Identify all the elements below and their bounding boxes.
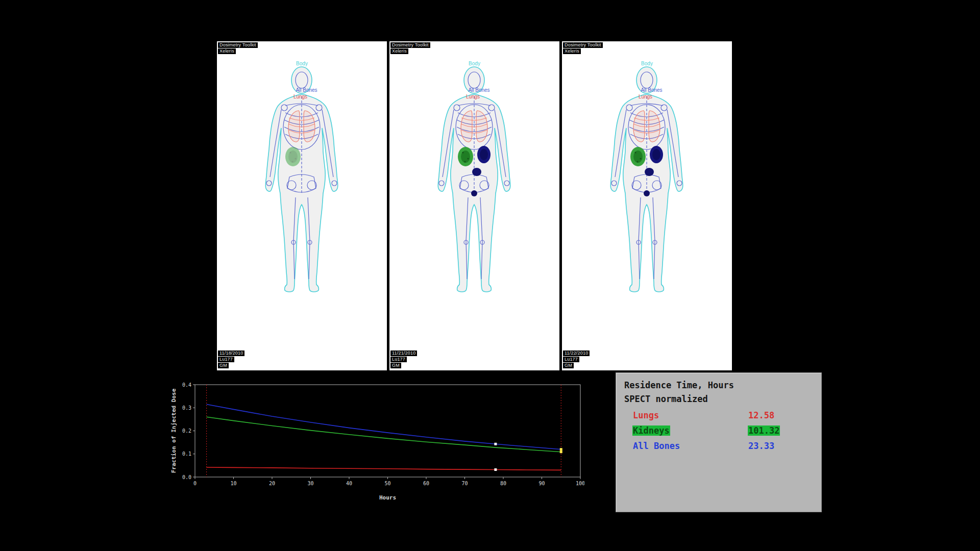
app-subtitle: Xeleris — [563, 48, 581, 54]
svg-text:40: 40 — [346, 481, 352, 486]
panel-header: Dosimetry Toolkit Xeleris — [563, 42, 603, 55]
organ-uptake-regions — [285, 147, 301, 166]
svg-text:0.0: 0.0 — [182, 474, 191, 480]
isotope-label: Lu177 — [390, 357, 407, 362]
svg-text:0.2: 0.2 — [182, 428, 191, 434]
app-subtitle: Xeleris — [390, 48, 408, 54]
residence-time-panel: Residence Time, Hours SPECT normalized L… — [616, 372, 822, 512]
svg-text:0.1: 0.1 — [182, 451, 191, 457]
svg-text:70: 70 — [461, 481, 468, 486]
organ-label[interactable]: All Bones — [632, 441, 680, 451]
svg-text:100: 100 — [576, 481, 584, 486]
svg-text:90: 90 — [538, 481, 545, 486]
results-title: Residence Time, Hours — [624, 380, 813, 390]
svg-text:0.4: 0.4 — [182, 382, 191, 388]
skeleton-contour — [439, 72, 509, 279]
svg-text:80: 80 — [500, 481, 506, 486]
roi-label-all-bones[interactable]: All Bones — [222, 87, 391, 93]
svg-text:10: 10 — [230, 481, 236, 486]
skeleton-contour — [266, 72, 337, 279]
svg-text:60: 60 — [423, 481, 429, 486]
organ-value[interactable]: 12.58 — [748, 410, 775, 420]
detector-label: GM — [563, 363, 574, 368]
roi-label-all-bones[interactable]: All Bones — [567, 87, 737, 93]
app-title: Dosimetry Toolkit — [218, 42, 258, 48]
skeleton-contour — [611, 72, 682, 279]
detector-label: GM — [218, 363, 229, 368]
results-row-kidneys[interactable]: Kidneys 101.32 — [624, 425, 813, 436]
roi-label-body[interactable]: Body — [562, 61, 732, 66]
app-title: Dosimetry Toolkit — [390, 42, 430, 48]
detector-label: GM — [390, 363, 401, 368]
svg-text:30: 30 — [307, 481, 313, 486]
results-rows: Lungs 12.58 Kidneys 101.32 All Bones 23.… — [624, 410, 813, 451]
scan-date: 11/22/2010 — [563, 350, 590, 356]
svg-text:0.3: 0.3 — [182, 405, 191, 411]
roi-label-all-bones[interactable]: All Bones — [394, 87, 564, 93]
svg-text:Fraction of Injected Dose: Fraction of Injected Dose — [170, 388, 177, 473]
scan-panel[interactable]: Dosimetry Toolkit Xeleris — [562, 41, 732, 370]
results-row-all-bones[interactable]: All Bones 23.33 — [624, 441, 813, 451]
panel-header: Dosimetry Toolkit Xeleris — [390, 42, 430, 55]
roi-label-body[interactable]: Body — [389, 61, 559, 66]
svg-text:50: 50 — [384, 481, 390, 486]
time-activity-chart[interactable]: 01020304050607080901000.00.10.20.30.4Hou… — [168, 379, 584, 504]
roi-label-lungs[interactable]: Lungs — [388, 94, 558, 99]
organ-value[interactable]: 101.32 — [748, 425, 780, 436]
scan-viewports: Dosimetry Toolkit Xeleris — [217, 41, 732, 370]
panel-footer: 11/18/2010 Lu177 GM — [218, 350, 244, 369]
app-subtitle: Xeleris — [218, 48, 236, 54]
app-title: Dosimetry Toolkit — [563, 42, 603, 48]
organ-label[interactable]: Lungs — [632, 410, 659, 420]
results-subtitle: SPECT normalized — [624, 394, 813, 404]
scan-date: 11/21/2010 — [390, 350, 417, 356]
scan-panel[interactable]: Dosimetry Toolkit Xeleris — [217, 41, 387, 370]
scan-panel[interactable]: Dosimetry Toolkit Xeleris — [389, 41, 559, 370]
organ-value[interactable]: 23.33 — [748, 441, 775, 451]
scan-date: 11/18/2010 — [218, 350, 244, 356]
svg-text:20: 20 — [269, 481, 275, 486]
isotope-label: Lu177 — [563, 357, 579, 362]
svg-text:Hours: Hours — [379, 494, 396, 501]
roi-label-lungs[interactable]: Lungs — [215, 94, 385, 99]
results-row-lungs[interactable]: Lungs 12.58 — [624, 410, 813, 420]
panel-footer: 11/22/2010 Lu177 GM — [563, 350, 590, 369]
isotope-label: Lu177 — [218, 357, 234, 362]
svg-text:0: 0 — [193, 481, 197, 486]
roi-label-lungs[interactable]: Lungs — [560, 94, 730, 99]
organ-label[interactable]: Kidneys — [632, 425, 670, 436]
roi-label-body[interactable]: Body — [217, 61, 387, 66]
panel-header: Dosimetry Toolkit Xeleris — [218, 42, 258, 55]
panel-footer: 11/21/2010 Lu177 GM — [390, 350, 417, 369]
